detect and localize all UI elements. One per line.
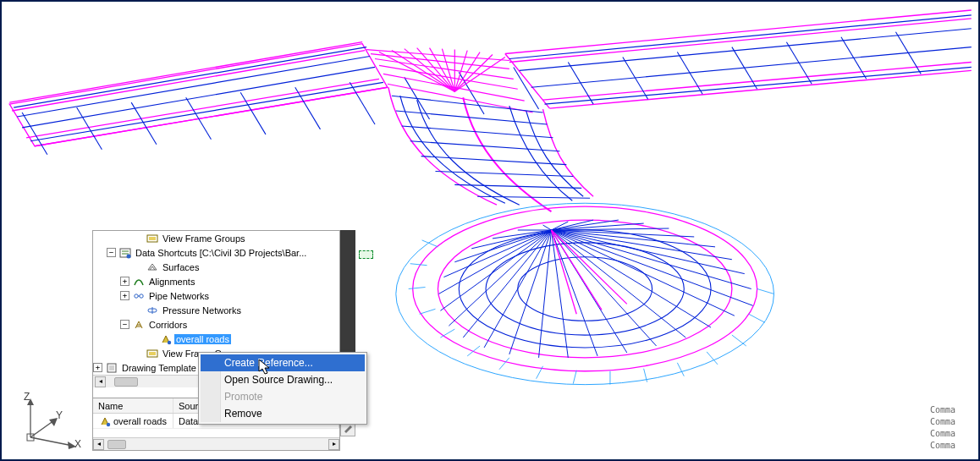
tree-item-label: overall roads (174, 334, 231, 344)
pressurenet-icon (146, 304, 158, 316)
grid-col-name[interactable]: Name (93, 398, 173, 413)
tree-item-label: Data Shortcuts [C:\Civil 3D Projects\Bar… (134, 248, 308, 258)
svg-line-116 (30, 437, 73, 446)
tree-item-label: Alignments (147, 277, 196, 287)
svg-point-114 (106, 422, 109, 425)
tree-item-overall-roads[interactable]: overall roads (93, 332, 339, 346)
viewframe-icon (146, 232, 158, 244)
menu-promote: Promote (201, 388, 365, 405)
cmd-line: Comma (930, 404, 977, 416)
tree-item-corridors[interactable]: − Corridors (93, 317, 339, 332)
menu-open-source-drawing[interactable]: Open Source Drawing... (201, 371, 365, 388)
svg-line-33 (454, 58, 505, 92)
svg-line-59 (543, 225, 552, 230)
expand-placeholder (147, 334, 157, 343)
tree-item-alignments[interactable]: + Alignments (93, 274, 339, 288)
expand-placeholder (134, 305, 143, 315)
corridor-item-icon (98, 414, 111, 427)
pipenet-icon (132, 289, 145, 302)
svg-line-82 (757, 288, 774, 294)
svg-line-48 (551, 230, 752, 305)
svg-point-47 (518, 257, 652, 321)
expand-placeholder (134, 262, 143, 272)
command-line-echo: Comma Comma Comma Comma (930, 404, 977, 452)
grid-scrollbar[interactable]: ◂ ▸ (93, 437, 339, 450)
tree-item-pressure-networks[interactable]: Pressure Networks (93, 303, 339, 317)
axis-z-label: Z (24, 392, 30, 402)
menu-item-label: Create Reference... (224, 357, 313, 369)
menu-item-label: Open Source Drawing... (224, 374, 333, 386)
svg-line-86 (677, 363, 684, 376)
svg-point-43 (438, 220, 731, 358)
expand-toggle[interactable]: + (120, 277, 129, 286)
svg-rect-99 (149, 237, 156, 240)
tree-item-label: View Frame Groups (161, 233, 247, 244)
tree-item-pipe-networks[interactable]: + Pipe Networks (93, 288, 339, 303)
tree-item-label: Drawing Template (120, 363, 198, 373)
templates-icon (105, 361, 118, 374)
alignments-icon (132, 275, 145, 288)
tree-item-label: Pressure Networks (161, 305, 243, 316)
axis-y-label: Y (56, 410, 63, 420)
svg-line-91 (499, 358, 509, 370)
svg-line-89 (573, 370, 576, 384)
svg-line-83 (749, 314, 765, 322)
grid-cell-name: overall roads (93, 414, 173, 428)
svg-rect-113 (109, 365, 114, 370)
svg-point-109 (167, 340, 170, 343)
scroll-left-icon[interactable]: ◂ (93, 439, 104, 450)
svg-line-38 (421, 156, 567, 165)
svg-line-24 (392, 51, 454, 92)
tree-item-surfaces[interactable]: Surfaces (93, 260, 339, 274)
svg-line-67 (449, 230, 551, 326)
svg-line-95 (409, 288, 426, 289)
svg-line-92 (467, 346, 480, 356)
svg-point-101 (126, 254, 130, 258)
svg-point-102 (134, 294, 137, 297)
svg-line-72 (551, 230, 568, 358)
cmd-line: Comma (930, 440, 977, 452)
svg-line-64 (443, 230, 551, 277)
tree-item-view-frame-groups[interactable]: View Frame Groups (93, 231, 339, 245)
tree-item-data-shortcuts[interactable]: − Data Shortcuts [C:\Civil 3D Projects\B… (93, 245, 339, 260)
surfaces-icon (146, 261, 158, 273)
menu-item-label: Remove (224, 408, 262, 420)
context-menu: Create Reference... Open Source Drawing.… (198, 352, 367, 425)
tree-item-label: Corridors (147, 320, 189, 330)
svg-line-25 (405, 49, 455, 92)
expand-toggle[interactable]: + (120, 291, 129, 300)
collapse-toggle[interactable]: − (120, 320, 129, 329)
svg-line-75 (551, 230, 656, 346)
scroll-right-icon[interactable]: ▸ (328, 439, 339, 450)
expand-placeholder (134, 348, 143, 358)
collapse-toggle[interactable]: − (107, 248, 116, 257)
svg-line-94 (420, 309, 436, 314)
tree-item-label: Pipe Networks (147, 291, 211, 301)
cmd-line: Comma (930, 428, 977, 440)
menu-remove[interactable]: Remove (201, 405, 365, 422)
expand-placeholder (134, 233, 143, 243)
selection-marker (359, 250, 373, 259)
svg-point-103 (139, 294, 142, 297)
scroll-thumb[interactable] (114, 377, 138, 387)
scroll-thumb[interactable] (107, 440, 126, 449)
svg-line-52 (551, 230, 715, 247)
svg-line-96 (410, 264, 427, 266)
ucs-gizmo[interactable]: Z Y X (15, 393, 83, 453)
tree-item-label: Surfaces (161, 262, 201, 272)
menu-create-reference[interactable]: Create Reference... (201, 354, 365, 371)
svg-line-77 (551, 230, 711, 327)
expand-toggle[interactable]: + (93, 363, 102, 372)
svg-line-84 (732, 335, 746, 346)
svg-line-68 (463, 230, 551, 338)
menu-item-label: Promote (224, 391, 262, 403)
cmd-line: Comma (930, 416, 977, 428)
scroll-left-icon[interactable]: ◂ (95, 376, 106, 387)
svg-line-66 (440, 230, 551, 310)
datashortcut-icon (118, 246, 131, 259)
svg-line-50 (551, 230, 744, 274)
corridors-icon (132, 318, 145, 331)
grid-cell-name-text: overall roads (113, 416, 167, 426)
svg-rect-111 (149, 352, 156, 355)
axis-x-label: X (74, 439, 81, 449)
